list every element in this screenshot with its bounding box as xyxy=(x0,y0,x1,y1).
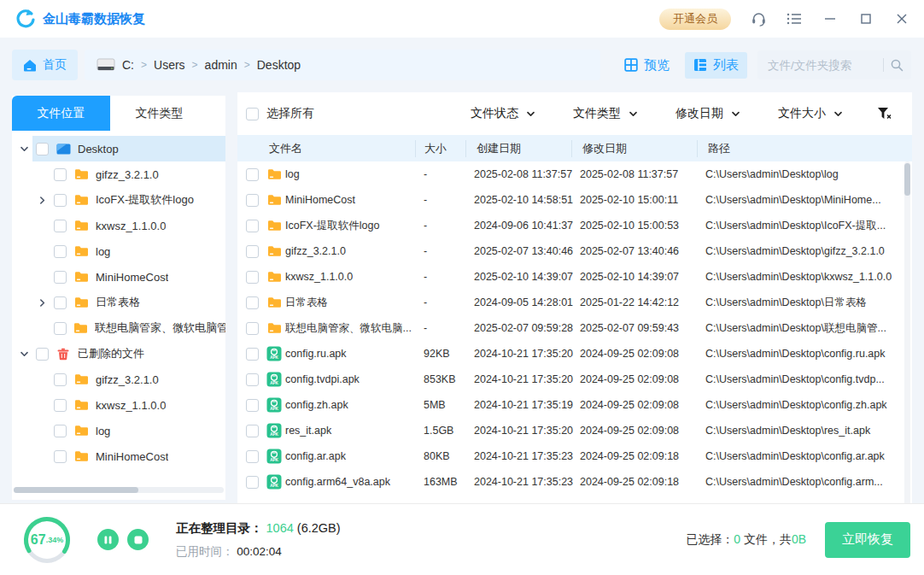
tree-item[interactable]: kxwsz_1.1.0.0 xyxy=(12,213,225,238)
customer-service-icon[interactable] xyxy=(750,10,767,27)
list-view-button[interactable]: 列表 xyxy=(685,52,747,79)
tree-expander[interactable] xyxy=(15,136,32,161)
row-checkbox[interactable] xyxy=(246,168,259,181)
search-icon[interactable] xyxy=(890,58,904,73)
chevron-down-icon[interactable] xyxy=(20,349,29,359)
checkbox[interactable] xyxy=(54,296,67,309)
stop-button[interactable] xyxy=(127,529,149,550)
table-scrollbar-thumb[interactable] xyxy=(904,163,910,196)
tree-expander xyxy=(33,392,50,418)
crumb-item[interactable]: admin xyxy=(205,58,237,72)
tree-item[interactable]: IcoFX-提取软件logo xyxy=(12,187,225,213)
row-checkbox[interactable] xyxy=(246,425,259,437)
vip-button[interactable]: 开通会员 xyxy=(659,9,731,30)
menu-icon[interactable] xyxy=(786,10,803,27)
preview-view-button[interactable]: 预览 xyxy=(616,52,678,79)
home-button[interactable]: 首页 xyxy=(12,50,78,80)
chevron-right-icon[interactable] xyxy=(38,298,47,308)
file-size-filter[interactable]: 文件大小 xyxy=(778,106,843,121)
pause-button[interactable] xyxy=(97,529,119,550)
row-checkbox[interactable] xyxy=(246,348,259,361)
table-row[interactable]: APKconfig.zh.apk5MB2024-10-21 17:35:1920… xyxy=(237,392,912,418)
tree-item[interactable]: log xyxy=(12,418,225,443)
close-button[interactable] xyxy=(893,10,910,27)
maximize-button[interactable] xyxy=(857,10,874,27)
row-checkbox[interactable] xyxy=(246,373,259,386)
tree-expander[interactable] xyxy=(15,341,32,367)
tree-item[interactable]: MiniHomeCost xyxy=(12,443,225,469)
row-checkbox[interactable] xyxy=(246,220,259,232)
checkbox[interactable] xyxy=(54,194,67,207)
row-checkbox[interactable] xyxy=(246,245,259,258)
checkbox[interactable] xyxy=(54,245,67,258)
checkbox[interactable] xyxy=(54,425,67,437)
tree-item[interactable]: log xyxy=(12,238,225,264)
file-type-filter[interactable]: 文件类型 xyxy=(573,106,638,121)
modified-date-filter[interactable]: 修改日期 xyxy=(675,106,740,121)
minimize-button[interactable] xyxy=(822,10,839,27)
crumb-item[interactable]: C: xyxy=(122,58,134,72)
table-row[interactable]: log-2025-02-08 11:37:572025-02-08 11:37:… xyxy=(237,161,912,187)
table-row[interactable]: IcoFX-提取软件logo-2024-09-06 10:41:372025-0… xyxy=(237,213,912,238)
file-name-cell: IcoFX-提取软件logo xyxy=(285,219,424,233)
tree-item[interactable]: gifzz_3.2.1.0 xyxy=(12,161,225,187)
column-header-modified[interactable]: 修改日期 xyxy=(571,140,697,157)
row-checkbox[interactable] xyxy=(246,322,259,335)
column-header-created[interactable]: 创建日期 xyxy=(465,140,571,157)
recover-now-button[interactable]: 立即恢复 xyxy=(825,522,910,558)
table-row[interactable]: 日常表格-2024-09-05 14:28:012025-01-22 14:42… xyxy=(237,290,912,315)
sidebar: 文件位置 文件类型 Desktopgifzz_3.2.1.0IcoFX-提取软件… xyxy=(12,96,225,500)
table-row[interactable]: APKconfig.ru.apk92KB2024-10-21 17:35:202… xyxy=(237,341,912,367)
row-checkbox[interactable] xyxy=(246,296,259,309)
checkbox[interactable] xyxy=(36,143,49,155)
tree-item[interactable]: 日常表格 xyxy=(12,290,225,315)
row-checkbox[interactable] xyxy=(246,450,259,463)
table-header: 文件名 大小 创建日期 修改日期 路径 xyxy=(237,135,912,161)
file-status-filter[interactable]: 文件状态 xyxy=(471,106,535,121)
row-checkbox[interactable] xyxy=(246,271,259,284)
tree-item[interactable]: MiniHomeCost xyxy=(12,264,225,290)
tree-expander[interactable] xyxy=(33,290,50,315)
table-row[interactable]: APKconfig.arm64_v8a.apk163MB2024-10-21 1… xyxy=(237,469,912,495)
checkbox[interactable] xyxy=(54,168,67,181)
checkbox[interactable] xyxy=(54,399,67,412)
checkbox[interactable] xyxy=(54,220,67,232)
row-checkbox[interactable] xyxy=(246,476,259,489)
tab-file-location[interactable]: 文件位置 xyxy=(12,96,110,131)
crumb-item[interactable]: Users xyxy=(154,58,185,72)
select-all-checkbox[interactable] xyxy=(246,108,259,120)
sidebar-scrollbar-thumb[interactable] xyxy=(14,487,138,493)
table-row[interactable]: kxwsz_1.1.0.0-2025-02-10 14:39:072025-02… xyxy=(237,264,912,290)
tree-item[interactable]: gifzz_3.2.1.0 xyxy=(12,367,225,392)
tree-item[interactable]: 联想电脑管家、微软电脑管家 xyxy=(12,315,225,341)
row-checkbox[interactable] xyxy=(246,194,259,207)
table-row[interactable]: APKconfig.tvdpi.apk853KB2024-10-21 17:35… xyxy=(237,367,912,392)
tab-file-type[interactable]: 文件类型 xyxy=(110,96,208,131)
column-header-size[interactable]: 大小 xyxy=(415,140,465,157)
checkbox[interactable] xyxy=(54,271,67,284)
clear-filter-button[interactable] xyxy=(877,107,892,120)
tree-item[interactable]: Desktop xyxy=(12,136,225,161)
folder-icon xyxy=(267,220,282,232)
table-row[interactable]: APKres_it.apk1.5GB2024-10-21 17:35:20202… xyxy=(237,418,912,443)
table-row[interactable]: MiniHomeCost-2025-02-10 14:58:512025-02-… xyxy=(237,187,912,213)
tree-item[interactable]: kxwsz_1.1.0.0 xyxy=(12,392,225,418)
search-input[interactable] xyxy=(768,59,880,72)
tree-expander[interactable] xyxy=(33,187,50,213)
checkbox[interactable] xyxy=(54,322,67,335)
crumb-item[interactable]: Desktop xyxy=(257,58,301,72)
created-date-cell: 2024-10-21 17:35:20 xyxy=(474,348,580,360)
checkbox[interactable] xyxy=(54,450,67,463)
checkbox[interactable] xyxy=(36,348,49,361)
table-row[interactable]: 联想电脑管家、微软电脑...-2025-02-07 09:59:282025-0… xyxy=(237,315,912,341)
tree-item[interactable]: 已删除的文件 xyxy=(12,341,225,367)
table-row[interactable]: APKconfig.ar.apk80KB2024-10-21 17:35:232… xyxy=(237,443,912,469)
column-header-name[interactable]: 文件名 xyxy=(237,140,415,157)
chevron-right-icon[interactable] xyxy=(38,196,47,205)
crumb-separator-icon: > xyxy=(244,59,250,71)
row-checkbox[interactable] xyxy=(246,399,259,412)
chevron-down-icon[interactable] xyxy=(20,144,29,154)
column-header-path[interactable]: 路径 xyxy=(697,140,912,157)
table-row[interactable]: gifzz_3.2.1.0-2025-02-07 13:40:462025-02… xyxy=(237,238,912,264)
checkbox[interactable] xyxy=(54,373,67,386)
